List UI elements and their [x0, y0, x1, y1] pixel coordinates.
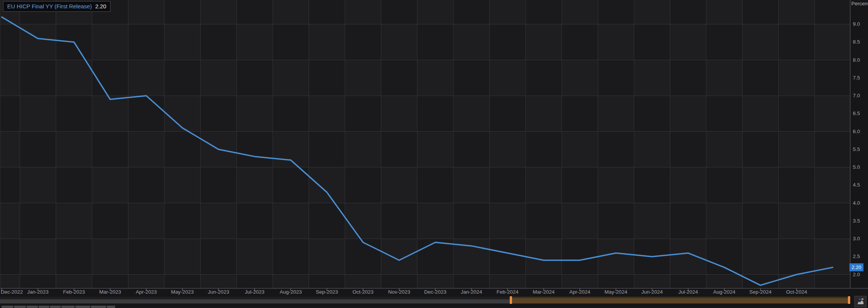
x-axis-tick-label: Oct-2024: [786, 289, 807, 295]
y-axis-tick-label: 4.5: [853, 182, 868, 188]
y-axis-tick-label: 7.0: [853, 93, 868, 99]
scrollbar-right-handle[interactable]: [848, 296, 850, 304]
scrollbar-left-handle[interactable]: [510, 296, 512, 304]
taskbar-tile[interactable]: [75, 306, 90, 308]
legend-series-value: 2.20: [95, 3, 106, 10]
taskbar-tile[interactable]: [50, 306, 61, 308]
taskbar-tile[interactable]: [14, 306, 26, 308]
y-axis-tick-label: 2.0: [853, 272, 868, 278]
taskbar-tile[interactable]: [27, 306, 38, 308]
x-axis-tick-label: Apr-2024: [569, 289, 590, 295]
x-axis-tick-label: Feb-2023: [63, 289, 85, 295]
x-axis-tick-label: Jan-2023: [27, 289, 48, 295]
legend-series-label: EU HICP Final YY (First Release): [7, 3, 92, 10]
x-axis-tick-label: Nov-2023: [388, 289, 411, 295]
plot-area[interactable]: [0, 0, 868, 308]
taskbar-tile[interactable]: [2, 306, 13, 308]
y-axis-tick-label: 6.0: [853, 129, 868, 135]
scrollbar-track[interactable]: [0, 297, 510, 303]
x-axis-tick-label: Jan-2024: [461, 289, 482, 295]
chart-forward-icon: [856, 297, 865, 306]
x-axis-tick-label: Mar-2023: [99, 289, 121, 295]
y-axis-tick-label: 3.5: [853, 218, 868, 224]
legend-box[interactable]: EU HICP Final YY (First Release) 2.20: [3, 1, 111, 12]
x-axis-tick-label: Jul-2024: [678, 289, 698, 295]
x-axis-tick-label: Jun-2023: [208, 289, 229, 295]
x-axis-tick-label: Aug-2023: [280, 289, 302, 295]
y-axis-tick-label: 6.5: [853, 110, 868, 117]
jump-to-latest-button[interactable]: [854, 296, 866, 307]
timeline-scrollbar[interactable]: [0, 297, 868, 303]
x-axis-tick-label: Aug-2024: [713, 289, 735, 295]
chart-window: { "legend": { "label": "EU HICP Final YY…: [0, 0, 868, 308]
y-axis-tick-label: 8.5: [853, 39, 868, 45]
x-axis-tick-label: Apr-2023: [136, 289, 157, 295]
taskbar-tile[interactable]: [91, 306, 106, 308]
x-axis-tick-label: Dec-2023: [424, 289, 446, 295]
taskbar-tile[interactable]: [39, 306, 49, 308]
y-axis-tick-label: 4.0: [853, 200, 868, 206]
x-axis-tick-label: Sep-2024: [749, 289, 772, 295]
taskbar-tile[interactable]: [61, 306, 75, 308]
x-axis-tick-label: Jul-2023: [245, 289, 264, 295]
last-value-badge: 2.20: [849, 263, 863, 271]
scrollbar-range[interactable]: [512, 297, 848, 303]
taskbar-tile[interactable]: [107, 306, 115, 308]
y-axis-tick-label: 2.5: [853, 254, 868, 260]
y-axis-title: Percent: [851, 1, 868, 6]
y-axis-tick-label: 7.5: [853, 75, 868, 81]
y-axis-tick-label: 5.5: [853, 146, 868, 152]
y-axis-tick-label: 3.0: [853, 236, 868, 242]
x-axis-tick-label: Oct-2023: [353, 289, 374, 295]
x-axis-tick-label: Feb-2024: [496, 289, 518, 295]
y-axis-tick-label: 9.0: [853, 21, 868, 27]
x-axis-tick-label: Jun-2024: [642, 289, 663, 295]
x-axis-tick-label: May-2023: [171, 289, 194, 295]
y-axis-tick-label: 8.0: [853, 57, 868, 63]
x-axis-tick-label: Mar-2024: [533, 289, 555, 295]
x-axis-tick-label: Dec-2022: [1, 289, 23, 295]
x-axis-tick-label: May-2024: [604, 289, 627, 295]
x-axis-tick-label: Sep-2023: [316, 289, 338, 295]
y-axis-tick-label: 5.0: [853, 164, 868, 170]
